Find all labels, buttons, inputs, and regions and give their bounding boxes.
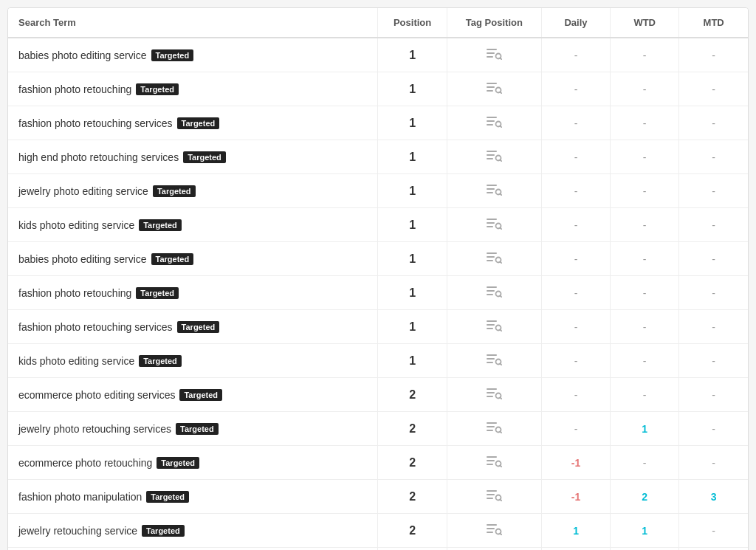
- tag-position-icon[interactable]: [486, 218, 502, 233]
- targeted-badge: Targeted: [136, 287, 179, 299]
- tag-position-cell[interactable]: [447, 140, 541, 174]
- targeted-badge: Targeted: [157, 457, 199, 469]
- daily-cell: -: [541, 208, 610, 242]
- targeted-badge: Targeted: [153, 185, 196, 197]
- table-row: babies photo editing service Targeted 1 …: [8, 242, 748, 276]
- position-cell: 2: [378, 548, 447, 551]
- wtd-cell: -: [611, 106, 679, 140]
- search-term-text: fashion photo retouching services: [18, 117, 173, 129]
- tag-position-icon[interactable]: [486, 252, 502, 267]
- search-term-cell: fashion photo manipulation Targeted: [8, 480, 378, 514]
- search-term-text: kids photo editing service: [18, 355, 134, 367]
- tag-position-cell[interactable]: [447, 514, 541, 548]
- search-term-text: fashion photo manipulation: [18, 491, 142, 503]
- search-term-cell: babies photo editing service Targeted: [8, 242, 378, 276]
- tag-position-icon[interactable]: [486, 48, 502, 63]
- tag-position-icon[interactable]: [486, 354, 502, 368]
- search-term-cell: ecommerce photo retouching Targeted: [8, 446, 378, 480]
- position-cell: 1: [378, 344, 447, 378]
- tag-position-cell[interactable]: [447, 446, 541, 480]
- tag-position-cell[interactable]: [447, 412, 541, 446]
- search-term-text: jewelry photo retouching services: [18, 423, 171, 435]
- tag-position-icon[interactable]: [486, 523, 502, 538]
- svg-line-49: [501, 364, 503, 366]
- tag-position-icon[interactable]: [486, 116, 502, 131]
- mtd-cell: -: [679, 446, 748, 480]
- mtd-cell: -: [679, 412, 748, 446]
- svg-line-74: [501, 534, 503, 536]
- tag-position-cell[interactable]: [447, 208, 541, 242]
- tag-position-cell[interactable]: [447, 242, 541, 276]
- tag-position-cell[interactable]: [447, 174, 541, 208]
- wtd-cell: -: [611, 548, 679, 551]
- tag-position-icon[interactable]: [486, 320, 502, 334]
- svg-line-9: [501, 92, 503, 94]
- table-row: fashion photo retouching Targeted 1 ---: [8, 276, 748, 310]
- targeted-badge: Targeted: [176, 423, 219, 435]
- mtd-cell: -: [679, 378, 748, 412]
- tag-position-cell[interactable]: [447, 548, 541, 551]
- tag-position-icon[interactable]: [486, 422, 502, 436]
- tag-position-cell[interactable]: [447, 378, 541, 412]
- daily-cell: -: [541, 548, 610, 551]
- search-term-text: high end photo retouching services: [18, 151, 179, 163]
- mtd-cell: -: [679, 276, 748, 310]
- daily-cell: -: [541, 344, 610, 378]
- mtd-cell: -: [679, 174, 748, 208]
- header-position: Position: [378, 8, 447, 38]
- search-term-cell: fashion photo manipulation Targeted: [8, 548, 378, 551]
- search-term-cell: fashion photo retouching services Target…: [8, 106, 378, 140]
- tag-position-cell[interactable]: [447, 38, 541, 72]
- table-row: fashion photo retouching services Target…: [8, 310, 748, 344]
- search-term-cell: kids photo editing service Targeted: [8, 208, 378, 242]
- tag-position-icon[interactable]: [486, 489, 502, 504]
- daily-cell: -1: [541, 446, 610, 480]
- position-cell: 1: [378, 106, 447, 140]
- search-term-text: jewelry retouching service: [18, 525, 137, 537]
- position-cell: 2: [378, 514, 447, 548]
- tag-position-icon[interactable]: [486, 184, 502, 199]
- search-term-text: babies photo editing service: [18, 49, 147, 61]
- header-mtd: MTD: [679, 8, 748, 38]
- targeted-badge: Targeted: [151, 49, 194, 61]
- tag-position-cell[interactable]: [447, 310, 541, 344]
- table-row: fashion photo retouching Targeted 1 ---: [8, 72, 748, 106]
- wtd-cell: -: [611, 276, 679, 310]
- mtd-cell: -: [679, 310, 748, 344]
- wtd-cell: 2: [611, 480, 679, 514]
- search-term-text: babies photo editing service: [18, 253, 147, 265]
- tag-position-cell[interactable]: [447, 480, 541, 514]
- table-row: babies photo editing service Targeted 1 …: [8, 38, 748, 72]
- tag-position-icon[interactable]: [486, 82, 502, 97]
- wtd-cell: -: [611, 446, 679, 480]
- svg-line-69: [501, 500, 503, 502]
- targeted-badge: Targeted: [139, 355, 182, 367]
- daily-cell: -: [541, 276, 610, 310]
- table-row: fashion photo retouching services Target…: [8, 106, 748, 140]
- targeted-badge: Targeted: [151, 253, 194, 265]
- table-row: jewelry photo editing service Targeted 1…: [8, 174, 748, 208]
- position-cell: 2: [378, 446, 447, 480]
- tag-position-cell[interactable]: [447, 344, 541, 378]
- tag-position-icon[interactable]: [486, 150, 502, 165]
- mtd-cell: -: [679, 106, 748, 140]
- daily-cell: -: [541, 242, 610, 276]
- mtd-cell: -: [679, 38, 748, 72]
- tag-position-icon[interactable]: [486, 388, 502, 402]
- tag-position-cell[interactable]: [447, 72, 541, 106]
- position-cell: 2: [378, 412, 447, 446]
- svg-line-19: [501, 160, 503, 162]
- position-cell: 1: [378, 310, 447, 344]
- daily-cell: -: [541, 140, 610, 174]
- search-term-cell: fashion photo retouching services Target…: [8, 310, 378, 344]
- mtd-cell: -: [679, 208, 748, 242]
- tag-position-icon[interactable]: [486, 456, 502, 470]
- svg-line-4: [501, 58, 503, 61]
- mtd-cell: -: [679, 140, 748, 174]
- search-term-text: ecommerce photo editing services: [18, 389, 175, 401]
- tag-position-icon[interactable]: [486, 286, 502, 300]
- tag-position-cell[interactable]: [447, 106, 541, 140]
- daily-cell: -: [541, 174, 610, 208]
- tag-position-cell[interactable]: [447, 276, 541, 310]
- wtd-cell: -: [611, 72, 679, 106]
